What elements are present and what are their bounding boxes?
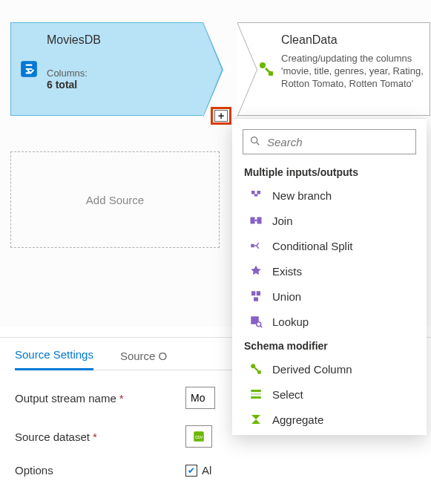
clean-node-description: Creating/updating the columns 'movie, ti… (281, 53, 424, 91)
options-checkbox[interactable]: ✔ (185, 465, 197, 477)
add-source-placeholder[interactable]: Add Source (10, 151, 220, 248)
source-icon (11, 23, 47, 115)
required-icon: * (93, 431, 97, 443)
tab-source-options[interactable]: Source O (120, 350, 167, 370)
source-dataset-select[interactable]: csv (185, 425, 212, 448)
svg-rect-14 (251, 390, 261, 392)
svg-rect-6 (251, 244, 254, 248)
svg-point-3 (251, 137, 257, 143)
menu-item-conditional-split[interactable]: Conditional Split (232, 233, 427, 258)
union-icon (249, 289, 263, 303)
options-value: Al (202, 464, 211, 477)
menu-item-aggregate[interactable]: Aggregate (232, 407, 427, 432)
menu-item-new-branch[interactable]: New branch (232, 183, 427, 208)
menu-item-label: Derived Column (272, 363, 352, 376)
output-stream-label: Output stream name* (15, 392, 185, 405)
menu-item-union[interactable]: Union (232, 284, 427, 309)
menu-item-label: Select (272, 388, 303, 401)
svg-rect-9 (254, 298, 258, 301)
lookup-icon (249, 315, 263, 328)
split-icon (249, 239, 263, 252)
options-label: Options (15, 464, 185, 477)
svg-rect-16 (251, 396, 261, 399)
menu-item-label: Join (272, 215, 293, 227)
menu-item-derived-column[interactable]: Derived Column (232, 356, 427, 382)
svg-rect-15 (251, 393, 261, 396)
search-placeholder: Search (267, 136, 303, 148)
branch-icon (249, 189, 263, 202)
menu-item-select[interactable]: Select (232, 382, 427, 407)
dataset-icon: csv (192, 430, 205, 443)
svg-rect-2 (269, 71, 273, 76)
join-icon (249, 214, 263, 227)
svg-point-1 (260, 62, 266, 68)
source-dataset-label: Source dataset* (15, 431, 185, 443)
menu-item-lookup[interactable]: Lookup (232, 309, 427, 334)
derived-column-node[interactable]: CleanData Creating/updating the columns … (237, 22, 430, 116)
svg-rect-5 (257, 217, 262, 224)
tab-source-settings[interactable]: Source Settings (15, 348, 93, 370)
source-columns-value: 6 total (47, 79, 200, 91)
menu-group-schema: Schema modifier (232, 334, 427, 356)
menu-item-label: Lookup (272, 315, 309, 328)
source-node-title: MoviesDB (47, 33, 200, 47)
search-input[interactable]: Search (243, 129, 416, 154)
menu-item-label: Conditional Split (272, 240, 352, 252)
svg-rect-4 (251, 217, 255, 224)
menu-item-label: New branch (272, 189, 332, 202)
menu-item-label: Aggregate (272, 413, 323, 426)
aggregate-icon (249, 413, 263, 426)
menu-group-multi: Multiple inputs/outputs (232, 160, 427, 183)
svg-text:csv: csv (195, 434, 203, 439)
source-node[interactable]: MoviesDB Columns: 6 total (10, 22, 203, 116)
exists-icon (249, 264, 263, 278)
add-source-label: Add Source (86, 194, 144, 206)
plus-icon: + (214, 110, 228, 122)
menu-item-label: Union (272, 290, 301, 303)
output-stream-input[interactable] (185, 387, 215, 409)
menu-item-exists[interactable]: Exists (232, 258, 427, 284)
menu-item-join[interactable]: Join (232, 208, 427, 233)
search-icon (249, 135, 261, 149)
menu-item-label: Exists (272, 265, 302, 278)
derived-icon (249, 362, 263, 376)
source-columns-label: Columns: (47, 68, 200, 79)
svg-rect-13 (257, 370, 261, 374)
transformation-menu: Search Multiple inputs/outputs New branc… (232, 118, 427, 435)
svg-point-11 (257, 322, 261, 327)
svg-rect-8 (257, 291, 260, 295)
select-icon (249, 387, 263, 401)
add-transformation-button[interactable]: + (211, 107, 231, 125)
derived-column-icon (238, 23, 281, 115)
required-icon: * (119, 392, 124, 405)
svg-point-12 (251, 364, 255, 368)
clean-node-title: CleanData (281, 33, 424, 47)
svg-rect-7 (251, 291, 255, 295)
